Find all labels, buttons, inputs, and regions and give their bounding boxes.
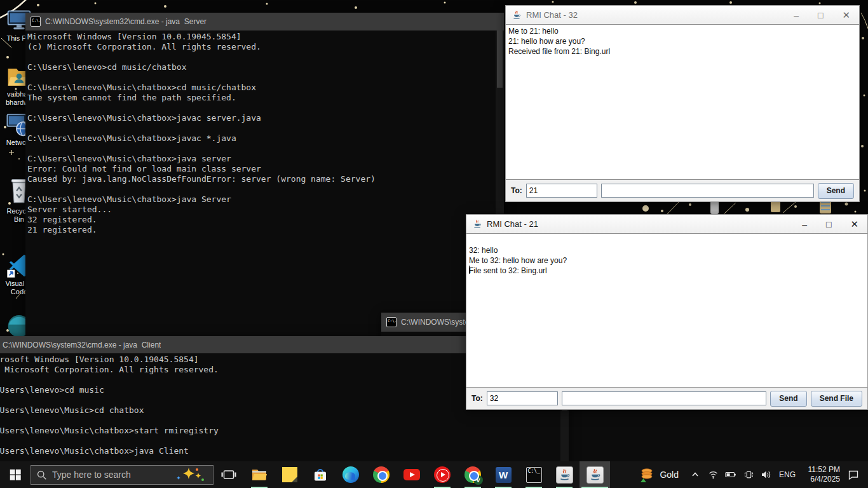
message-input[interactable] xyxy=(562,391,767,405)
youtube-music-icon xyxy=(434,466,451,483)
windows-logo-icon xyxy=(8,468,22,482)
java-icon xyxy=(556,466,573,484)
file-explorer-icon xyxy=(251,466,268,483)
taskbar-app-sticky-notes[interactable] xyxy=(275,461,305,488)
microsoft-store-icon xyxy=(312,466,329,483)
rmi-chat-32-window: RMI Chat - 32 – □ ✕ Me to 21: hello 21: … xyxy=(505,5,860,202)
system-tray: Gold xyxy=(633,461,868,488)
hidden-icons-chevron[interactable] xyxy=(688,461,703,488)
taskbar-app-chrome-profile[interactable]: V xyxy=(458,461,488,488)
taskbar-app-youtube-music[interactable] xyxy=(427,461,458,488)
taskbar-app-java-1[interactable] xyxy=(549,461,580,488)
cmd-window-java-server: C:\. C:\WINDOWS\system32\cmd.exe - java … xyxy=(25,13,504,337)
youtube-icon xyxy=(403,469,420,480)
java-icon xyxy=(512,10,522,20)
news-widget-gold[interactable]: Gold xyxy=(633,461,685,488)
to-label: To: xyxy=(471,394,483,403)
search-icon xyxy=(36,470,47,480)
window-title: RMI Chat - 21 xyxy=(487,219,797,229)
battery-icon[interactable] xyxy=(723,461,738,488)
taskbar: V W C:\_ xyxy=(0,461,868,488)
recipient-input[interactable] xyxy=(526,184,597,198)
taskbar-app-file-explorer[interactable] xyxy=(244,461,275,488)
close-button[interactable]: ✕ xyxy=(850,220,858,229)
chrome-icon xyxy=(373,466,390,483)
language-indicator[interactable]: ENG xyxy=(776,470,798,479)
sticky-notes-icon xyxy=(282,467,297,482)
wifi-icon[interactable] xyxy=(705,461,721,488)
search-input[interactable] xyxy=(52,470,170,480)
minimize-button[interactable]: – xyxy=(794,11,799,20)
command-prompt-icon: C:\_ xyxy=(526,467,542,483)
taskbar-app-microsoft-edge[interactable] xyxy=(336,461,366,488)
task-view-icon xyxy=(221,467,236,482)
maximize-button[interactable]: □ xyxy=(826,220,831,229)
message-panel: To: Send xyxy=(506,180,859,201)
clock-date: 6/4/2025 xyxy=(801,475,840,484)
close-button[interactable]: ✕ xyxy=(842,11,850,20)
clock-time: 11:52 PM xyxy=(801,465,840,475)
minimize-button[interactable]: – xyxy=(802,220,807,229)
window-title: RMI Chat - 32 xyxy=(526,10,789,20)
taskbar-app-cmd[interactable]: C:\_ xyxy=(519,461,549,488)
chat-log[interactable]: 32: hello Me to 32: hello how are you? F… xyxy=(466,233,867,388)
send-file-button[interactable]: Send File xyxy=(811,391,862,407)
text-caret xyxy=(469,266,470,274)
taskbar-app-word[interactable]: W xyxy=(488,461,519,488)
chrome-icon: V xyxy=(465,466,481,483)
chat-log[interactable]: Me to 21: hello 21: hello how are you? R… xyxy=(506,24,859,180)
task-view-button[interactable] xyxy=(214,461,244,488)
cmd-output: Microsoft Windows [Version 10.0.19045.58… xyxy=(25,30,504,235)
volume-icon[interactable] xyxy=(759,461,774,488)
window-titlebar[interactable]: RMI Chat - 32 – □ ✕ xyxy=(506,6,859,24)
rmi-chat-21-window: RMI Chat - 21 – □ ✕ 32: hello Me to 32: … xyxy=(466,214,868,410)
taskbar-app-microsoft-store[interactable] xyxy=(305,461,336,488)
start-button[interactable] xyxy=(0,461,31,488)
message-panel: To: Send Send File xyxy=(466,388,867,409)
chat-messages: 32: hello Me to 32: hello how are you? F… xyxy=(469,246,567,275)
cmd-window-title: C:\WINDOWS\system32\cmd.exe - java Clien… xyxy=(3,341,161,349)
gold-coins-icon xyxy=(639,466,654,483)
profile-badge: V xyxy=(473,475,483,485)
send-button[interactable]: Send xyxy=(818,183,854,199)
action-center-button[interactable] xyxy=(843,461,864,488)
cmd-window-title: C:\WINDOWS\system32\cmd.exe - java Serve… xyxy=(45,17,207,26)
taskbar-search[interactable] xyxy=(31,465,214,485)
widget-label: Gold xyxy=(660,470,679,480)
recipient-input[interactable] xyxy=(487,391,558,405)
scrollbar-thumb[interactable] xyxy=(497,30,503,88)
cmd-icon: C:\. xyxy=(386,317,397,327)
window-titlebar[interactable]: RMI Chat - 21 – □ ✕ xyxy=(466,215,867,233)
message-input[interactable] xyxy=(601,184,814,198)
taskbar-clock[interactable]: 11:52 PM 6/4/2025 xyxy=(801,465,840,484)
taskbar-app-youtube[interactable] xyxy=(397,461,427,488)
edge-icon xyxy=(342,466,359,483)
send-button[interactable]: Send xyxy=(770,391,806,407)
java-icon xyxy=(587,466,604,484)
cmd-icon: C:\. xyxy=(31,17,41,27)
taskbar-app-google-chrome[interactable] xyxy=(366,461,397,488)
to-label: To: xyxy=(511,186,522,195)
copilot-sparkle-icon xyxy=(175,466,208,483)
maximize-button[interactable]: □ xyxy=(818,11,823,20)
taskbar-app-java-2[interactable] xyxy=(580,461,610,488)
cmd-titlebar[interactable]: C:\. C:\WINDOWS\system32\cmd.exe - java … xyxy=(25,13,504,30)
java-icon xyxy=(472,219,482,229)
rotation-lock-icon[interactable] xyxy=(741,461,756,488)
word-icon: W xyxy=(496,467,512,483)
